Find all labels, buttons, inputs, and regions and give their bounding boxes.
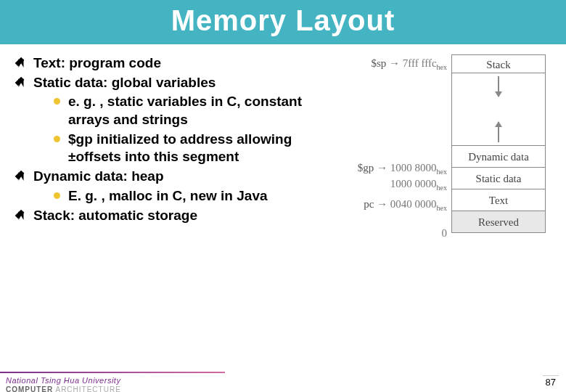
region-stack: Stack bbox=[451, 54, 546, 73]
gp-label: $gp → 1000 8000hex bbox=[358, 162, 447, 176]
footer: National Tsing Hua University COMPUTER A… bbox=[0, 363, 566, 392]
bullet-item: Stack: automatic storage bbox=[12, 207, 305, 225]
region-gap bbox=[451, 73, 546, 146]
slide-title: Memory Layout bbox=[0, 4, 566, 37]
sub-bullet-item: e. g. , static variables in C, constant … bbox=[52, 93, 305, 128]
bullet-item: Dynamic data: heap E. g. , malloc in C, … bbox=[12, 168, 305, 205]
hex-suffix: hex bbox=[437, 204, 447, 212]
bullet-item: Text: program code bbox=[12, 54, 305, 73]
arrow-right-icon: → bbox=[389, 57, 403, 69]
sp-label: $sp → 7fff fffchex bbox=[371, 57, 447, 71]
region-reserved: Reserved bbox=[451, 211, 546, 233]
footer-stripe-icon bbox=[0, 372, 225, 373]
memory-diagram: $sp → 7fff fffchex $gp → 1000 8000hex 10… bbox=[311, 54, 550, 279]
addr-value: 0040 0000 bbox=[390, 198, 437, 210]
hex-suffix: hex bbox=[437, 184, 447, 192]
sub-bullet-item: E. g. , malloc in C, new in Java bbox=[52, 187, 305, 205]
sub-bullet-text: e. g. , static variables in C, constant … bbox=[68, 94, 302, 127]
dept-prefix: COMPUTER bbox=[6, 385, 53, 392]
page-number: 87 bbox=[543, 375, 559, 388]
hex-suffix: hex bbox=[437, 63, 447, 71]
arrow-down-icon bbox=[498, 76, 499, 97]
reg-name: pc bbox=[364, 198, 374, 210]
department-name: COMPUTER ARCHITECTURE bbox=[6, 385, 121, 392]
arrow-up-icon bbox=[498, 122, 499, 142]
zero-label: 0 bbox=[442, 227, 448, 240]
addr-value: 1000 8000 bbox=[390, 162, 437, 173]
region-static: Static data bbox=[451, 168, 546, 189]
reg-name: $gp bbox=[358, 162, 374, 173]
region-text: Text bbox=[451, 189, 546, 211]
pc-label: pc → 0040 0000hex bbox=[364, 198, 447, 212]
bullet-text: Text: program code bbox=[33, 55, 161, 70]
arrow-right-icon: → bbox=[377, 198, 390, 210]
addr-value: 1000 0000 bbox=[390, 178, 437, 189]
hex-suffix: hex bbox=[437, 168, 447, 176]
bullet-item: Static data: global variables e. g. , st… bbox=[12, 74, 305, 166]
dept-suffix: ARCHITECTURE bbox=[53, 385, 121, 392]
bullet-text: Dynamic data: heap bbox=[33, 168, 164, 184]
sub-bullet-text: $gp initialized to address allowing ±off… bbox=[68, 131, 292, 165]
bullet-text: Stack: automatic storage bbox=[33, 208, 197, 223]
diamond-icon bbox=[15, 171, 25, 180]
memory-boxes: Stack Dynamic data Static data Text Rese… bbox=[451, 54, 546, 233]
content-area: Text: program code Static data: global v… bbox=[0, 44, 566, 279]
static-base-label: 1000 0000hex bbox=[390, 178, 447, 192]
addr-value: 0 bbox=[442, 227, 448, 239]
diamond-icon bbox=[15, 209, 25, 219]
bullet-text: Static data: global variables bbox=[33, 75, 216, 90]
reg-name: $sp bbox=[371, 57, 386, 69]
addr-value: 7fff fffc bbox=[403, 57, 437, 69]
sub-bullet-item: $gp initialized to address allowing ±off… bbox=[52, 131, 305, 166]
bullet-list: Text: program code Static data: global v… bbox=[7, 54, 305, 279]
title-bar: Memory Layout bbox=[0, 0, 566, 44]
university-name: National Tsing Hua University bbox=[6, 376, 120, 385]
diamond-icon bbox=[15, 57, 25, 67]
sub-bullet-text: E. g. , malloc in C, new in Java bbox=[68, 188, 268, 203]
diamond-icon bbox=[15, 76, 25, 86]
arrow-right-icon: → bbox=[377, 162, 390, 173]
region-dynamic: Dynamic data bbox=[451, 146, 546, 168]
